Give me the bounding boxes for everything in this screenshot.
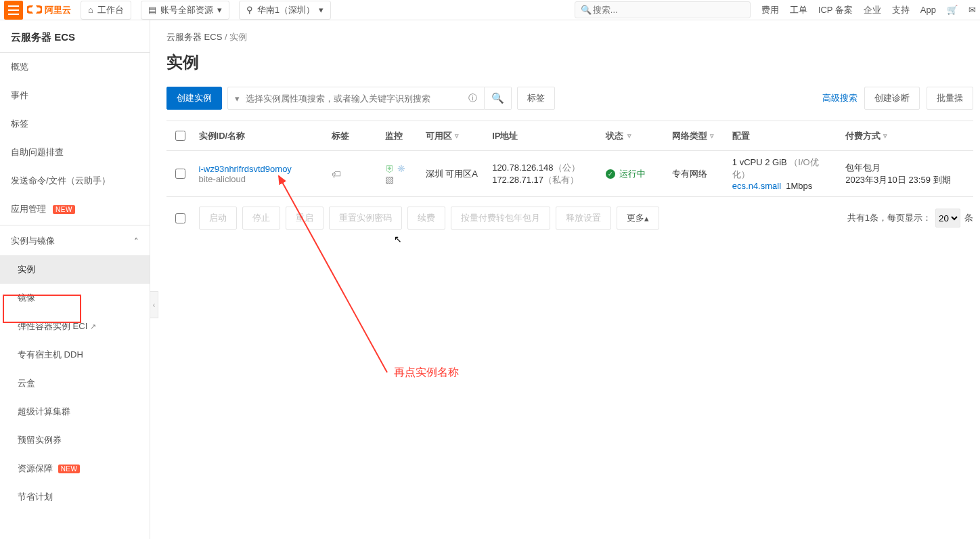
filter-search[interactable]: ▾ ⓘ — [227, 87, 485, 110]
chevron-down-icon: ▾ — [235, 93, 244, 104]
breadcrumb: 云服务器 ECS / 实例 — [166, 31, 973, 43]
instance-table: 实例ID/名称 标签 监控 可用区▿ IP地址 状态▿ 网络类型▿ 配置 付费方… — [166, 121, 973, 197]
search-button[interactable]: 🔍 — [485, 87, 512, 110]
help-icon[interactable]: ⓘ — [468, 92, 477, 104]
top-link[interactable]: 费用 — [761, 4, 779, 16]
bulk-more-label: 更多 — [627, 212, 644, 224]
annotation-arrow — [272, 169, 421, 379]
sidebar-item-label: 应用管理 — [11, 203, 46, 215]
sidebar-sub-supercluster[interactable]: 超级计算集群 — [0, 397, 150, 426]
instance-id-link[interactable]: i-wz93nhrlfrdsvtd9omoy — [199, 164, 321, 174]
row-private-ip: 172.28.71.17 — [492, 175, 543, 185]
sidebar-sub-eci[interactable]: 弹性容器实例 ECI ↗ — [0, 312, 150, 341]
col-zone[interactable]: 可用区▿ — [420, 130, 487, 142]
filter-icon[interactable]: ▿ — [883, 131, 887, 140]
bulk-bar: 启动 停止 重启 重置实例密码 续费 按量付费转包年包月 释放设置 更多▴ 共有… — [166, 207, 973, 230]
sidebar-sub-images[interactable]: 镜像 — [0, 284, 150, 312]
bulk-renew-button[interactable]: 续费 — [407, 207, 445, 230]
cursor-icon: ↖ — [394, 234, 402, 244]
sidebar-sub-cloudbox[interactable]: 云盒 — [0, 369, 150, 397]
col-status[interactable]: 状态▿ — [600, 130, 667, 142]
bulk-more-button[interactable]: 更多▴ — [617, 207, 659, 230]
pagination: 共有1条，每页显示： 20 条 — [847, 209, 973, 228]
row-zone: 深圳 可用区A — [420, 168, 487, 180]
logo[interactable]: 阿里云 — [27, 4, 71, 16]
palette-icon[interactable]: ❋ — [397, 163, 405, 174]
top-link[interactable]: App — [920, 5, 936, 15]
sidebar-sub-ddh[interactable]: 专有宿主机 DDH — [0, 341, 150, 369]
tag-button[interactable]: 标签 — [517, 87, 555, 110]
batch-operate-button[interactable]: 批量操 — [927, 87, 973, 110]
toolbar: 创建实例 ▾ ⓘ 🔍 标签 高级搜索 创建诊断 批量操 — [166, 87, 973, 110]
shield-icon[interactable]: ⛨ — [385, 163, 395, 174]
bulk-restart-button[interactable]: 重启 — [286, 207, 324, 230]
logo-text: 阿里云 — [45, 4, 71, 16]
top-resources-label: 账号全部资源 — [160, 4, 213, 16]
col-ip[interactable]: IP地址 — [487, 130, 600, 142]
tag-icon[interactable]: 🏷 — [332, 169, 341, 179]
page-size-select[interactable]: 20 — [935, 209, 960, 228]
top-search-input[interactable] — [592, 4, 744, 16]
row-private-ip-label: （私有） — [543, 175, 579, 185]
filter-icon[interactable]: ▿ — [710, 131, 714, 140]
status-ok-icon: ✓ — [606, 169, 615, 179]
sidebar-sub-guarantee[interactable]: 资源保障 NEW — [0, 454, 150, 483]
monitor-icon[interactable]: ▧ — [385, 174, 394, 185]
sidebar-sub-instances[interactable]: 实例 — [0, 255, 150, 284]
top-region[interactable]: ⚲ 华南1（深圳） ▾ — [239, 1, 331, 20]
sidebar-item-overview[interactable]: 概览 — [0, 53, 150, 81]
sidebar-item-events[interactable]: 事件 — [0, 81, 150, 110]
col-id[interactable]: 实例ID/名称 — [194, 130, 327, 142]
col-pay[interactable]: 付费方式▿ — [840, 130, 973, 142]
chevron-up-icon: ˄ — [134, 236, 139, 246]
bulk-switch-button[interactable]: 按量付费转包年包月 — [451, 207, 550, 230]
top-resources[interactable]: ▤ 账号全部资源 ▾ — [141, 1, 229, 20]
row-checkbox[interactable] — [175, 169, 185, 179]
box-icon: ▤ — [148, 5, 156, 15]
create-instance-button[interactable]: 创建实例 — [166, 87, 222, 110]
bell-icon[interactable]: ✉ — [968, 5, 976, 15]
new-badge: NEW — [58, 465, 81, 473]
logo-icon — [27, 4, 42, 16]
top-search[interactable]: 🔍 — [575, 1, 751, 18]
filter-icon[interactable]: ▿ — [627, 131, 631, 140]
top-link[interactable]: 企业 — [864, 4, 881, 16]
col-spec[interactable]: 配置 — [727, 130, 840, 142]
create-diagnosis-button[interactable]: 创建诊断 — [864, 87, 920, 110]
col-monitor[interactable]: 监控 — [380, 130, 420, 142]
select-all-checkbox[interactable] — [175, 131, 185, 141]
bulk-start-button[interactable]: 启动 — [199, 207, 237, 230]
crumb-sep: / — [225, 32, 227, 42]
sidebar-item-selfhelp[interactable]: 自助问题排查 — [0, 138, 150, 167]
sidebar-sub-reserved[interactable]: 预留实例券 — [0, 426, 150, 454]
top-link[interactable]: 工单 — [790, 4, 807, 16]
sidebar-item-cloudassistant[interactable]: 发送命令/文件（云助手） — [0, 167, 150, 195]
sidebar-group-instances[interactable]: 实例与镜像 ˄ — [0, 227, 150, 255]
cart-icon[interactable]: 🛒 — [947, 5, 958, 15]
col-status-label: 状态 — [606, 130, 623, 142]
filter-icon[interactable]: ▿ — [455, 131, 459, 140]
top-link[interactable]: 支持 — [892, 4, 910, 16]
col-zone-label: 可用区 — [426, 130, 452, 142]
top-workspace-label: 工作台 — [97, 4, 124, 16]
col-pay-label: 付费方式 — [845, 130, 881, 142]
sidebar-item-tags[interactable]: 标签 — [0, 110, 150, 138]
filter-search-input[interactable] — [244, 93, 468, 104]
top-link[interactable]: ICP 备案 — [818, 4, 853, 16]
advanced-search-link[interactable]: 高级搜索 — [822, 92, 858, 104]
sidebar-item-appmgmt[interactable]: 应用管理 NEW — [0, 195, 150, 223]
col-tag[interactable]: 标签 — [326, 130, 380, 142]
bulk-resetpwd-button[interactable]: 重置实例密码 — [329, 207, 402, 230]
page-title: 实例 — [166, 51, 973, 73]
row-spec-bw: 1Mbps — [786, 181, 812, 191]
bulk-stop-button[interactable]: 停止 — [242, 207, 280, 230]
row-spec-type[interactable]: ecs.n4.small — [732, 181, 781, 191]
bulk-release-button[interactable]: 释放设置 — [556, 207, 611, 230]
col-net[interactable]: 网络类型▿ — [667, 130, 727, 142]
top-workspace[interactable]: ⌂ 工作台 — [81, 1, 131, 20]
page-text: 共有1条，每页显示： — [847, 212, 931, 224]
bulk-select-all[interactable] — [175, 213, 185, 223]
sidebar-sub-savingsplan[interactable]: 节省计划 — [0, 483, 150, 511]
crumb-root[interactable]: 云服务器 ECS — [166, 32, 222, 42]
menu-toggle[interactable] — [4, 1, 23, 20]
